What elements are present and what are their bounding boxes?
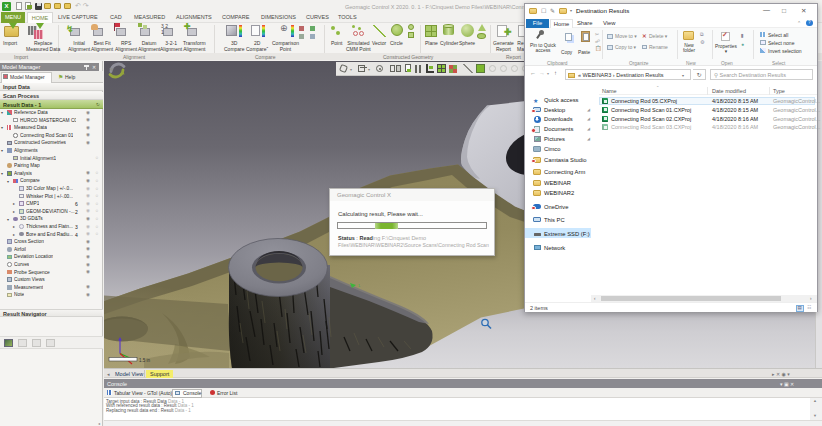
svg-text:1.5 in: 1.5 in [139, 358, 151, 363]
